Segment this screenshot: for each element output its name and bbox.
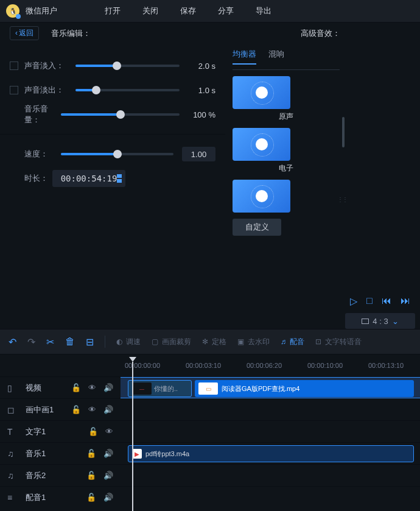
speed-slider[interactable] — [61, 153, 173, 155]
cut-icon[interactable]: ✂ — [46, 336, 54, 348]
lock-icon[interactable]: 🔓 — [88, 427, 98, 436]
play-icon[interactable]: ▷ — [350, 295, 357, 307]
fade-out-slider[interactable] — [75, 89, 180, 91]
music-controls-panel: 声音淡入： 2.0 s 声音淡出： 1.0 s 音乐音量： 100 % 速度： — [0, 44, 225, 329]
duration-input[interactable]: 00:00:54:19 — [52, 170, 125, 187]
dub-track-icon: ≡ — [7, 493, 18, 502]
track-body-music-1[interactable]: ▶ pdf转ppt3.m4a — [121, 443, 420, 464]
audio-file-icon: ▶ — [132, 449, 142, 459]
time-ruler[interactable]: 00:00:00:00 00:00:03:10 00:00:06:20 00:0… — [0, 354, 420, 376]
menu-export[interactable]: 导出 — [256, 5, 271, 16]
aspect-ratio-selector[interactable]: 4 : 3 ⌄ — [345, 313, 415, 329]
clip-video-1[interactable]: — 你懂的.. — [128, 380, 192, 397]
back-button[interactable]: 返回 — [10, 26, 39, 40]
duration-row: 时长： 00:00:54:19 — [10, 166, 215, 191]
crop-icon: ▢ — [152, 337, 158, 346]
tool-dub[interactable]: ♬配音 — [281, 337, 304, 347]
resize-grip-icon[interactable]: ⋮⋮ — [337, 196, 347, 203]
speaker-icon[interactable]: 🔊 — [103, 471, 113, 480]
preset-original[interactable]: 原声 — [233, 76, 340, 122]
playhead[interactable] — [129, 357, 136, 362]
fade-in-value: 2.0 s — [188, 62, 215, 71]
fade-in-checkbox[interactable] — [10, 62, 18, 70]
lock-icon[interactable]: 🔓 — [71, 405, 81, 414]
effects-title: 高级音效： — [301, 28, 340, 39]
track-pip: ◻ 画中画1 🔓 👁 🔊 — [0, 398, 420, 420]
duration-label: 时长： — [10, 173, 52, 184]
tool-speed[interactable]: ◐调速 — [116, 337, 141, 347]
video-track-icon: ▯ — [7, 383, 18, 393]
custom-button[interactable]: 自定义 — [233, 219, 281, 236]
speaker-icon[interactable]: 🔊 — [103, 449, 113, 458]
volume-row: 音乐音量： 100 % — [10, 102, 215, 127]
eye-icon[interactable]: 👁 — [105, 427, 113, 436]
tool-watermark[interactable]: ▣去水印 — [237, 337, 270, 347]
fade-in-slider[interactable] — [75, 65, 180, 67]
time-mark: 00:00:03:10 — [186, 362, 221, 369]
next-icon[interactable]: ⏭ — [401, 295, 410, 306]
watermark-icon: ▣ — [237, 337, 244, 346]
track-body-video[interactable]: — 你懂的.. ▭ 阅读器GA版PDF查找.mp4 — [121, 377, 420, 398]
track-body-music-2[interactable] — [121, 465, 420, 486]
tool-tts[interactable]: ⊡文字转语音 — [315, 337, 362, 347]
pip-track-icon: ◻ — [7, 405, 18, 415]
app-header: 🐧 微信用户 打开 关闭 保存 分享 导出 — [0, 0, 420, 22]
speaker-icon[interactable]: 🔊 — [103, 383, 113, 392]
music-track-icon: ♫ — [7, 471, 18, 481]
effects-tabs: 均衡器 混响 — [233, 44, 340, 70]
user-avatar[interactable]: 🐧 — [6, 4, 19, 18]
clip-video-2[interactable]: ▭ 阅读器GA版PDF查找.mp4 — [195, 380, 414, 397]
menu-close[interactable]: 关闭 — [142, 5, 158, 16]
speaker-icon[interactable]: 🔊 — [103, 493, 113, 502]
lock-icon[interactable]: 🔓 — [86, 449, 96, 458]
split-icon[interactable]: ⊟ — [86, 336, 94, 348]
fade-in-label: 声音淡入： — [24, 60, 67, 71]
scrollbar[interactable] — [342, 117, 345, 147]
preset-electronic[interactable]: 电子 — [233, 128, 340, 174]
playback-controls: ▷ □ ⏮ ⏭ 4 : 3 ⌄ — [345, 292, 415, 329]
lock-icon[interactable]: 🔓 — [71, 383, 81, 392]
main-panel: 声音淡入： 2.0 s 声音淡出： 1.0 s 音乐音量： 100 % 速度： — [0, 44, 420, 329]
speed-label: 速度： — [10, 149, 52, 160]
track-dub: ≡ 配音1 🔓 🔊 — [0, 486, 420, 508]
tts-icon: ⊡ — [315, 337, 321, 346]
prev-icon[interactable]: ⏮ — [382, 295, 391, 306]
eye-icon[interactable]: 👁 — [88, 383, 96, 392]
dub-icon: ♬ — [281, 337, 286, 346]
volume-slider[interactable] — [61, 113, 180, 116]
menu-save[interactable]: 保存 — [180, 5, 196, 16]
redo-icon[interactable]: ↷ — [27, 336, 35, 348]
tab-equalizer[interactable]: 均衡器 — [233, 49, 256, 65]
chevron-down-icon: ⌄ — [392, 317, 399, 326]
menu-share[interactable]: 分享 — [218, 5, 234, 16]
clip-audio-1[interactable]: ▶ pdf转ppt3.m4a — [128, 445, 414, 462]
username: 微信用户 — [26, 5, 57, 16]
fade-out-value: 1.0 s — [188, 86, 215, 95]
music-edit-title: 音乐编辑： — [51, 28, 91, 39]
tool-freeze[interactable]: ✻定格 — [202, 337, 226, 347]
speed-value[interactable]: 1.00 — [182, 147, 215, 161]
aspect-value: 4 : 3 — [373, 317, 388, 326]
monitor-icon — [362, 319, 369, 324]
preset-item-3[interactable] — [233, 180, 340, 213]
speed-icon: ◐ — [116, 337, 122, 346]
text-track-icon: T — [7, 427, 18, 437]
editor-title-row: 返回 音乐编辑： 高级音效： — [0, 22, 420, 44]
stop-icon[interactable]: □ — [366, 295, 373, 306]
edit-toolbar: ↶ ↷ ✂ 🗑 ⊟ ◐调速 ▢画面裁剪 ✻定格 ▣去水印 ♬配音 ⊡文字转语音 — [0, 329, 420, 354]
time-mark: 00:00:06:20 — [247, 362, 282, 369]
speaker-icon[interactable]: 🔊 — [103, 405, 113, 414]
undo-icon[interactable]: ↶ — [9, 336, 16, 348]
track-body-dub[interactable] — [121, 487, 420, 508]
tool-crop[interactable]: ▢画面裁剪 — [152, 337, 191, 347]
track-body-text[interactable] — [121, 421, 420, 442]
lock-icon[interactable]: 🔓 — [86, 493, 96, 502]
tab-reverb[interactable]: 混响 — [268, 49, 284, 65]
track-body-pip[interactable] — [121, 399, 420, 420]
menu-open[interactable]: 打开 — [105, 5, 121, 16]
fade-out-row: 声音淡出： 1.0 s — [10, 78, 215, 102]
fade-out-checkbox[interactable] — [10, 86, 18, 94]
delete-icon[interactable]: 🗑 — [65, 336, 75, 347]
eye-icon[interactable]: 👁 — [88, 405, 96, 414]
lock-icon[interactable]: 🔓 — [86, 471, 96, 480]
